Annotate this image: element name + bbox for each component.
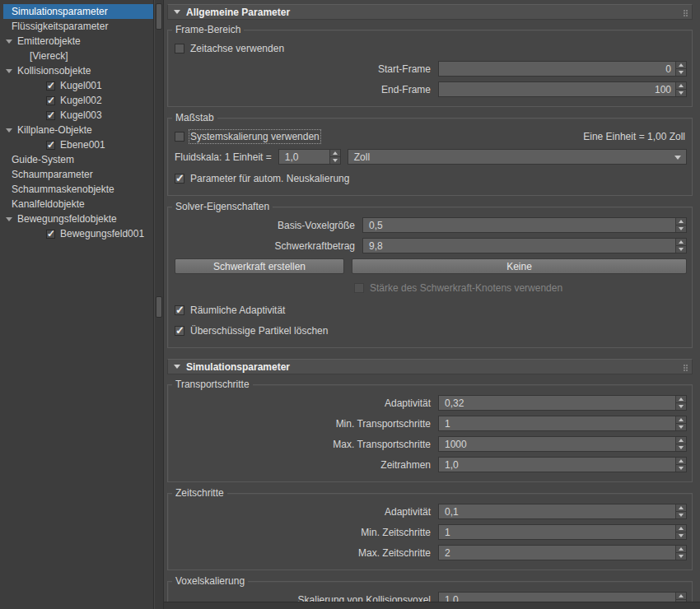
spin-down-icon[interactable] [676, 444, 686, 451]
spin-down-icon[interactable] [676, 225, 686, 232]
auto-rescale-checkbox[interactable] [175, 174, 184, 184]
spin-up-icon[interactable] [676, 62, 686, 69]
tree-checkbox-kugel002[interactable] [46, 96, 55, 105]
spin-down-icon[interactable] [676, 424, 686, 430]
fluid-scale-input[interactable]: 1,0 [278, 149, 341, 165]
min-timestep-input[interactable]: 1 [438, 524, 687, 540]
checkbox-label: Räumliche Adaptivität [190, 304, 285, 316]
spin-up-icon[interactable] [676, 593, 686, 600]
spinner-buttons [329, 150, 340, 164]
tree-checkbox-kugel001[interactable] [46, 81, 55, 91]
tree-item-kanalfeldobjekte[interactable]: Kanalfeldobjekte [3, 197, 153, 212]
drag-grip-icon[interactable] [684, 10, 685, 12]
spin-down-icon[interactable] [676, 532, 686, 539]
expand-triangle-icon[interactable] [6, 128, 12, 132]
spinner-buttons [675, 416, 686, 430]
field-value: 1 [445, 527, 450, 538]
tree-item-kugel003[interactable]: Kugel003 [3, 108, 153, 123]
group-title: Maßstab [172, 112, 217, 124]
group-title: Frame-Bereich [172, 24, 244, 36]
time-adaptivity-input[interactable]: 0,1 [438, 504, 687, 519]
timeframe-input[interactable]: 1,0 [438, 457, 687, 472]
spin-up-icon[interactable] [676, 239, 686, 246]
group-transportschritte: Transportschritte Adaptivität 0,32 Min. … [167, 384, 693, 482]
tree-checkbox-ebene001[interactable] [46, 141, 55, 150]
spin-up-icon[interactable] [676, 525, 686, 532]
tree-item-ebene001[interactable]: Ebene001 [3, 137, 153, 152]
group-title: Transportschritte [172, 379, 253, 391]
spin-up-icon[interactable] [676, 504, 686, 512]
gravity-input[interactable]: 9,8 [362, 238, 687, 253]
spin-up-icon[interactable] [330, 150, 340, 157]
end-frame-input[interactable]: 100 [438, 81, 687, 97]
tree-item-schaumparameter[interactable]: Schaumparameter [3, 167, 153, 182]
collapsed-rollout-edge [164, 602, 700, 609]
spin-down-icon[interactable] [676, 403, 686, 410]
use-timeline-row: Zeitachse verwenden [175, 40, 687, 56]
start-frame-input[interactable]: 0 [438, 61, 687, 77]
tree-item-bewegungsfeld001[interactable]: Bewegungsfeld001 [3, 226, 153, 241]
field-value: 0,5 [369, 220, 383, 231]
expand-triangle-icon[interactable] [6, 217, 12, 221]
spin-down-icon[interactable] [676, 246, 686, 253]
tree-item-kugel002[interactable]: Kugel002 [3, 93, 153, 108]
spin-up-icon[interactable] [676, 396, 686, 403]
tree-checkbox-kugel003[interactable] [46, 111, 55, 120]
system-scale-checkbox[interactable] [175, 132, 184, 142]
min-transport-row: Min. Transportschritte 1 [175, 416, 687, 431]
spin-up-icon[interactable] [676, 437, 686, 444]
scrollbar-track[interactable] [155, 0, 164, 609]
checkbox-label: Parameter für autom. Neuskalierung [190, 173, 349, 184]
scrollbar-thumb-top[interactable] [156, 3, 162, 30]
tree-checkbox-bewegungsfeld001[interactable] [46, 230, 55, 239]
tree-item-killplane-objekte[interactable]: Killplane-Objekte [3, 123, 153, 137]
voxel-size-input[interactable]: 0,5 [362, 217, 687, 233]
spin-down-icon[interactable] [676, 553, 686, 560]
unit-dropdown[interactable]: Zoll [348, 149, 687, 165]
rollout-header-simulationsparameter[interactable]: Simulationsparameter [167, 359, 693, 374]
tree-item-viereck[interactable]: [Viereck] [3, 49, 153, 63]
tree-item-guide-system[interactable]: Guide-System [3, 152, 153, 167]
tree-item-label: Schaumparameter [12, 169, 93, 180]
spin-up-icon[interactable] [676, 458, 686, 465]
spin-down-icon[interactable] [676, 90, 686, 96]
tree-item-label: Ebene001 [60, 139, 105, 151]
spin-up-icon[interactable] [676, 416, 686, 424]
create-gravity-button[interactable]: Schwerkraft erstellen [175, 258, 344, 274]
tree-item-kugel001[interactable]: Kugel001 [3, 78, 153, 93]
gravity-row: Schwerkraftbetrag 9,8 [175, 238, 687, 253]
tree-item-bewegungsfeldobjekte[interactable]: Bewegungsfeldobjekte [3, 212, 153, 226]
spatial-adaptivity-checkbox[interactable] [175, 305, 184, 315]
drag-grip-icon[interactable] [684, 365, 685, 366]
spin-up-icon[interactable] [676, 546, 686, 553]
rollout-header-allgemeine-parameter[interactable]: Allgemeine Parameter [167, 4, 693, 20]
delete-excess-checkbox[interactable] [175, 326, 184, 336]
spin-down-icon[interactable] [676, 512, 686, 518]
group-title: Solver-Eigenschaften [172, 201, 273, 213]
max-timestep-input[interactable]: 2 [438, 545, 687, 560]
voxel-size-row: Basis-Voxelgröße 0,5 [175, 217, 687, 233]
expand-triangle-icon[interactable] [6, 69, 12, 73]
scrollbar-thumb-lower[interactable] [156, 296, 162, 318]
expand-triangle-icon[interactable] [6, 40, 12, 44]
spin-up-icon[interactable] [676, 218, 686, 225]
fluid-scale-row: Fluidskala: 1 Einheit = 1,0 Zoll [175, 149, 687, 165]
transport-adaptivity-input[interactable]: 0,32 [438, 395, 687, 411]
tree-item-emitterobjekte[interactable]: Emitterobjekte [3, 34, 153, 49]
spin-down-icon[interactable] [330, 157, 340, 164]
min-transport-input[interactable]: 1 [438, 416, 687, 431]
tree-item-kollisionsobjekte[interactable]: Kollisionsobjekte [3, 63, 153, 78]
tree-item-schaummaskenobjekte[interactable]: Schaummaskenobjekte [3, 182, 153, 197]
field-value: 9,8 [369, 240, 383, 252]
max-transport-input[interactable]: 1000 [438, 436, 687, 452]
start-frame-row: Start-Frame 0 [175, 61, 687, 77]
param-label: Basis-Voxelgröße [175, 220, 362, 231]
spin-down-icon[interactable] [676, 69, 686, 76]
gravity-none-button[interactable]: Keine [352, 258, 687, 274]
tree-item-fluessigkeitsparameter[interactable]: Flüssigkeitsparameter [3, 19, 153, 34]
spin-down-icon[interactable] [676, 465, 686, 472]
collapse-arrow-icon [174, 365, 180, 369]
use-timeline-checkbox[interactable] [175, 44, 184, 53]
spin-up-icon[interactable] [676, 82, 686, 90]
tree-item-simulationsparameter[interactable]: Simulationsparameter [3, 4, 153, 19]
